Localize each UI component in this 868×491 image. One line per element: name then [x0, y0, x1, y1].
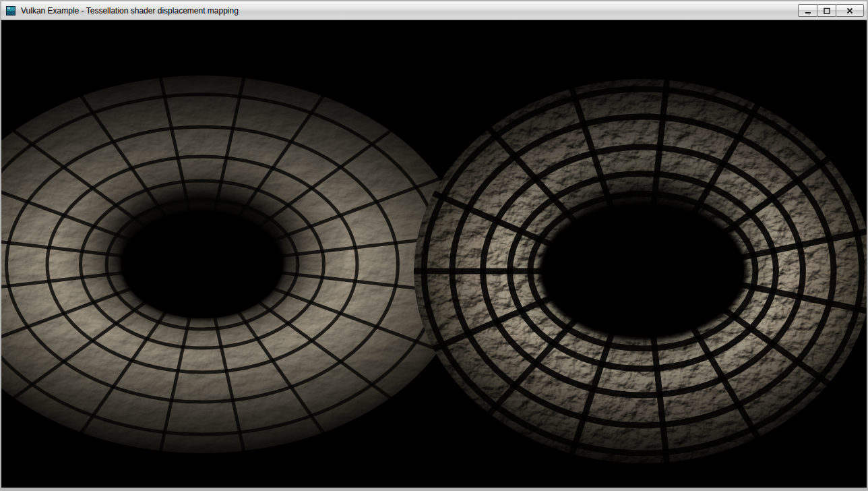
app-window: Vulkan Example - Tessellation shader dis… — [0, 0, 868, 491]
close-button[interactable] — [836, 4, 864, 17]
minimize-icon — [804, 7, 812, 15]
window-title: Vulkan Example - Tessellation shader dis… — [21, 6, 799, 16]
bottom-shadow-overlay — [1, 330, 867, 488]
window-controls — [799, 4, 864, 17]
minimize-button[interactable] — [798, 4, 817, 17]
maximize-button[interactable] — [817, 4, 836, 17]
title-bar[interactable]: Vulkan Example - Tessellation shader dis… — [1, 1, 867, 20]
top-shadow-overlay — [1, 20, 867, 250]
app-icon — [5, 5, 16, 16]
close-icon — [846, 7, 854, 15]
render-viewport[interactable] — [1, 20, 867, 488]
vulkan-render-canvas — [1, 20, 867, 488]
maximize-icon — [823, 7, 831, 15]
